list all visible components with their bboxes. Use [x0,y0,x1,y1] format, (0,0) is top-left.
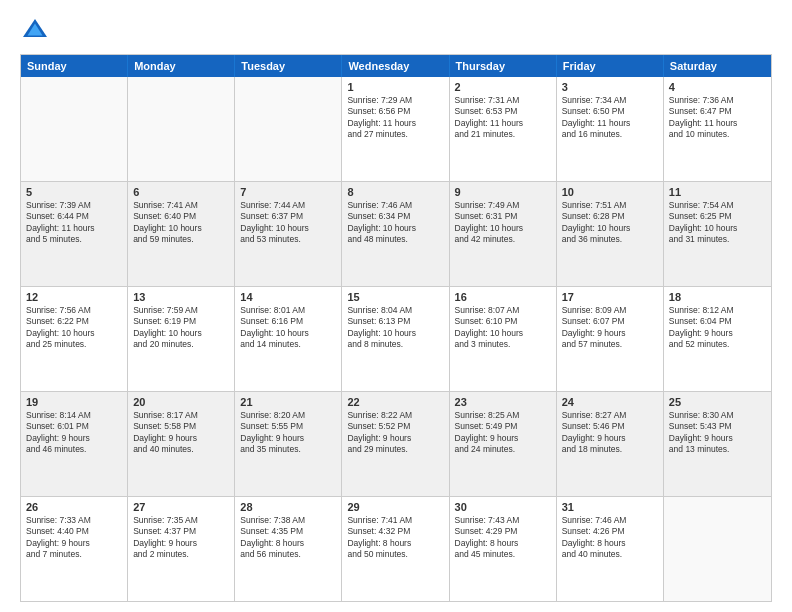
cell-info: Sunrise: 8:22 AM Sunset: 5:52 PM Dayligh… [347,410,443,456]
calendar-cell: 13Sunrise: 7:59 AM Sunset: 6:19 PM Dayli… [128,287,235,391]
calendar-cell: 6Sunrise: 7:41 AM Sunset: 6:40 PM Daylig… [128,182,235,286]
calendar-cell: 3Sunrise: 7:34 AM Sunset: 6:50 PM Daylig… [557,77,664,181]
day-number: 9 [455,186,551,198]
calendar-cell [128,77,235,181]
cell-info: Sunrise: 8:09 AM Sunset: 6:07 PM Dayligh… [562,305,658,351]
header-day-monday: Monday [128,55,235,77]
calendar-cell: 18Sunrise: 8:12 AM Sunset: 6:04 PM Dayli… [664,287,771,391]
page: SundayMondayTuesdayWednesdayThursdayFrid… [0,0,792,612]
day-number: 15 [347,291,443,303]
day-number: 27 [133,501,229,513]
calendar-cell: 10Sunrise: 7:51 AM Sunset: 6:28 PM Dayli… [557,182,664,286]
cell-info: Sunrise: 7:41 AM Sunset: 6:40 PM Dayligh… [133,200,229,246]
day-number: 23 [455,396,551,408]
day-number: 2 [455,81,551,93]
calendar-cell: 4Sunrise: 7:36 AM Sunset: 6:47 PM Daylig… [664,77,771,181]
calendar-cell: 24Sunrise: 8:27 AM Sunset: 5:46 PM Dayli… [557,392,664,496]
day-number: 1 [347,81,443,93]
day-number: 21 [240,396,336,408]
cell-info: Sunrise: 8:07 AM Sunset: 6:10 PM Dayligh… [455,305,551,351]
calendar-cell: 22Sunrise: 8:22 AM Sunset: 5:52 PM Dayli… [342,392,449,496]
header-day-thursday: Thursday [450,55,557,77]
cell-info: Sunrise: 7:51 AM Sunset: 6:28 PM Dayligh… [562,200,658,246]
cell-info: Sunrise: 7:49 AM Sunset: 6:31 PM Dayligh… [455,200,551,246]
calendar-cell: 29Sunrise: 7:41 AM Sunset: 4:32 PM Dayli… [342,497,449,601]
calendar-row-5: 26Sunrise: 7:33 AM Sunset: 4:40 PM Dayli… [21,496,771,601]
day-number: 6 [133,186,229,198]
day-number: 12 [26,291,122,303]
day-number: 11 [669,186,766,198]
cell-info: Sunrise: 8:12 AM Sunset: 6:04 PM Dayligh… [669,305,766,351]
calendar-cell: 14Sunrise: 8:01 AM Sunset: 6:16 PM Dayli… [235,287,342,391]
cell-info: Sunrise: 8:04 AM Sunset: 6:13 PM Dayligh… [347,305,443,351]
day-number: 14 [240,291,336,303]
day-number: 18 [669,291,766,303]
calendar-cell [664,497,771,601]
calendar: SundayMondayTuesdayWednesdayThursdayFrid… [20,54,772,602]
cell-info: Sunrise: 7:33 AM Sunset: 4:40 PM Dayligh… [26,515,122,561]
calendar-cell: 26Sunrise: 7:33 AM Sunset: 4:40 PM Dayli… [21,497,128,601]
calendar-cell: 5Sunrise: 7:39 AM Sunset: 6:44 PM Daylig… [21,182,128,286]
calendar-cell [235,77,342,181]
day-number: 31 [562,501,658,513]
header-day-wednesday: Wednesday [342,55,449,77]
cell-info: Sunrise: 8:27 AM Sunset: 5:46 PM Dayligh… [562,410,658,456]
calendar-body: 1Sunrise: 7:29 AM Sunset: 6:56 PM Daylig… [21,77,771,601]
calendar-cell [21,77,128,181]
cell-info: Sunrise: 7:44 AM Sunset: 6:37 PM Dayligh… [240,200,336,246]
day-number: 7 [240,186,336,198]
calendar-row-2: 5Sunrise: 7:39 AM Sunset: 6:44 PM Daylig… [21,181,771,286]
cell-info: Sunrise: 8:17 AM Sunset: 5:58 PM Dayligh… [133,410,229,456]
cell-info: Sunrise: 7:36 AM Sunset: 6:47 PM Dayligh… [669,95,766,141]
day-number: 13 [133,291,229,303]
calendar-cell: 11Sunrise: 7:54 AM Sunset: 6:25 PM Dayli… [664,182,771,286]
calendar-cell: 19Sunrise: 8:14 AM Sunset: 6:01 PM Dayli… [21,392,128,496]
day-number: 28 [240,501,336,513]
calendar-row-1: 1Sunrise: 7:29 AM Sunset: 6:56 PM Daylig… [21,77,771,181]
cell-info: Sunrise: 8:25 AM Sunset: 5:49 PM Dayligh… [455,410,551,456]
calendar-cell: 7Sunrise: 7:44 AM Sunset: 6:37 PM Daylig… [235,182,342,286]
cell-info: Sunrise: 7:38 AM Sunset: 4:35 PM Dayligh… [240,515,336,561]
calendar-cell: 27Sunrise: 7:35 AM Sunset: 4:37 PM Dayli… [128,497,235,601]
cell-info: Sunrise: 7:41 AM Sunset: 4:32 PM Dayligh… [347,515,443,561]
day-number: 8 [347,186,443,198]
day-number: 16 [455,291,551,303]
cell-info: Sunrise: 7:56 AM Sunset: 6:22 PM Dayligh… [26,305,122,351]
cell-info: Sunrise: 7:43 AM Sunset: 4:29 PM Dayligh… [455,515,551,561]
calendar-row-3: 12Sunrise: 7:56 AM Sunset: 6:22 PM Dayli… [21,286,771,391]
cell-info: Sunrise: 7:35 AM Sunset: 4:37 PM Dayligh… [133,515,229,561]
calendar-cell: 16Sunrise: 8:07 AM Sunset: 6:10 PM Dayli… [450,287,557,391]
day-number: 17 [562,291,658,303]
calendar-cell: 17Sunrise: 8:09 AM Sunset: 6:07 PM Dayli… [557,287,664,391]
calendar-cell: 12Sunrise: 7:56 AM Sunset: 6:22 PM Dayli… [21,287,128,391]
day-number: 29 [347,501,443,513]
cell-info: Sunrise: 7:46 AM Sunset: 6:34 PM Dayligh… [347,200,443,246]
day-number: 3 [562,81,658,93]
cell-info: Sunrise: 7:54 AM Sunset: 6:25 PM Dayligh… [669,200,766,246]
day-number: 10 [562,186,658,198]
calendar-header: SundayMondayTuesdayWednesdayThursdayFrid… [21,55,771,77]
calendar-cell: 31Sunrise: 7:46 AM Sunset: 4:26 PM Dayli… [557,497,664,601]
header-day-sunday: Sunday [21,55,128,77]
logo-icon [20,16,50,46]
day-number: 25 [669,396,766,408]
calendar-cell: 20Sunrise: 8:17 AM Sunset: 5:58 PM Dayli… [128,392,235,496]
day-number: 5 [26,186,122,198]
calendar-cell: 1Sunrise: 7:29 AM Sunset: 6:56 PM Daylig… [342,77,449,181]
header-day-friday: Friday [557,55,664,77]
calendar-cell: 8Sunrise: 7:46 AM Sunset: 6:34 PM Daylig… [342,182,449,286]
day-number: 4 [669,81,766,93]
calendar-cell: 23Sunrise: 8:25 AM Sunset: 5:49 PM Dayli… [450,392,557,496]
cell-info: Sunrise: 8:14 AM Sunset: 6:01 PM Dayligh… [26,410,122,456]
cell-info: Sunrise: 7:46 AM Sunset: 4:26 PM Dayligh… [562,515,658,561]
header-day-saturday: Saturday [664,55,771,77]
cell-info: Sunrise: 7:59 AM Sunset: 6:19 PM Dayligh… [133,305,229,351]
calendar-cell: 28Sunrise: 7:38 AM Sunset: 4:35 PM Dayli… [235,497,342,601]
day-number: 19 [26,396,122,408]
calendar-cell: 25Sunrise: 8:30 AM Sunset: 5:43 PM Dayli… [664,392,771,496]
cell-info: Sunrise: 7:39 AM Sunset: 6:44 PM Dayligh… [26,200,122,246]
calendar-cell: 30Sunrise: 7:43 AM Sunset: 4:29 PM Dayli… [450,497,557,601]
cell-info: Sunrise: 8:20 AM Sunset: 5:55 PM Dayligh… [240,410,336,456]
day-number: 22 [347,396,443,408]
cell-info: Sunrise: 7:31 AM Sunset: 6:53 PM Dayligh… [455,95,551,141]
